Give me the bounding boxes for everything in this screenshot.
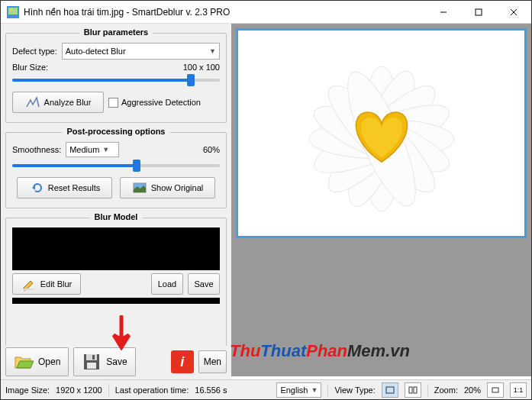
smoothness-value: Medium bbox=[69, 145, 99, 154]
zoom-actual-label: 1:1 bbox=[514, 386, 524, 394]
load-blur-button[interactable]: Load bbox=[151, 273, 183, 295]
blur-size-slider[interactable] bbox=[12, 75, 220, 85]
last-op-label: Last operation time: bbox=[115, 385, 189, 395]
svg-rect-23 bbox=[414, 387, 417, 393]
blur-model-title: Blur Model bbox=[90, 212, 143, 221]
minimize-button[interactable] bbox=[426, 1, 461, 24]
last-op-value: 16.556 s bbox=[195, 385, 227, 395]
image-viewport[interactable] bbox=[231, 24, 531, 376]
chevron-down-icon: ▼ bbox=[209, 47, 216, 55]
pencil-icon bbox=[21, 276, 37, 292]
menu-label: Men bbox=[204, 356, 221, 367]
post-processing-title: Post-processing options bbox=[63, 127, 170, 136]
smoothness-combo[interactable]: Medium ▼ bbox=[66, 142, 119, 157]
reset-results-label: Reset Results bbox=[48, 183, 100, 192]
image-size-value: 1920 x 1200 bbox=[56, 385, 102, 395]
chevron-down-icon: ▼ bbox=[311, 386, 318, 394]
open-label: Open bbox=[38, 356, 60, 367]
reset-results-button[interactable]: Reset Results bbox=[17, 177, 112, 198]
show-original-button[interactable]: Show Original bbox=[120, 177, 215, 198]
image-icon bbox=[132, 180, 147, 195]
svg-rect-24 bbox=[492, 388, 498, 392]
blur-parameters-title: Blur parameters bbox=[79, 27, 153, 37]
save-label: Save bbox=[106, 356, 127, 367]
close-button[interactable] bbox=[496, 1, 531, 24]
zoom-fit-button[interactable] bbox=[487, 382, 504, 398]
info-button[interactable]: i bbox=[171, 350, 194, 373]
chevron-down-icon: ▼ bbox=[102, 146, 109, 153]
window-controls bbox=[426, 1, 531, 23]
menu-button[interactable]: Men bbox=[198, 350, 227, 373]
view-type-split-button[interactable] bbox=[405, 382, 421, 398]
edit-blur-label: Edit Blur bbox=[40, 279, 73, 289]
save-blur-label: Save bbox=[194, 279, 213, 289]
view-type-label: View Type: bbox=[334, 385, 375, 395]
aggressive-detection-checkbox[interactable]: Aggressive Detection bbox=[108, 98, 201, 108]
smoothness-pct: 60% bbox=[203, 145, 220, 154]
svg-rect-4 bbox=[476, 9, 482, 15]
show-original-label: Show Original bbox=[151, 183, 203, 192]
titlebar: Hình nền hoa trái tim.jpg - SmartDeblur … bbox=[1, 1, 531, 24]
language-value: English bbox=[280, 385, 308, 395]
app-icon bbox=[7, 6, 19, 18]
post-processing-group: Post-processing options Smoothness: Medi… bbox=[5, 132, 227, 208]
svg-rect-20 bbox=[87, 363, 96, 369]
svg-rect-22 bbox=[409, 387, 412, 393]
floppy-disk-icon bbox=[82, 353, 102, 371]
defect-type-value: Auto-detect Blur bbox=[66, 47, 126, 56]
blur-model-preview bbox=[12, 227, 220, 270]
undo-icon bbox=[29, 180, 44, 195]
analyze-blur-label: Analyze Blur bbox=[44, 98, 92, 107]
image-preview bbox=[236, 28, 527, 238]
svg-rect-1 bbox=[8, 8, 18, 15]
maximize-button[interactable] bbox=[461, 1, 496, 24]
language-combo[interactable]: English ▼ bbox=[276, 382, 321, 398]
statusbar: Image Size: 1920 x 1200 Last operation t… bbox=[1, 379, 531, 399]
zoom-value: 20% bbox=[464, 385, 481, 395]
svg-rect-8 bbox=[23, 289, 34, 290]
blur-size-value: 100 x 100 bbox=[183, 63, 220, 72]
window-title: Hình nền hoa trái tim.jpg - SmartDeblur … bbox=[24, 7, 426, 18]
checkbox-box-icon bbox=[108, 98, 118, 108]
open-button[interactable]: Open bbox=[5, 347, 69, 376]
aggressive-detection-label: Aggressive Detection bbox=[121, 98, 201, 107]
zoom-actual-button[interactable]: 1:1 bbox=[510, 382, 527, 398]
load-blur-label: Load bbox=[158, 279, 176, 289]
image-size-label: Image Size: bbox=[5, 385, 50, 395]
smoothness-label: Smoothness: bbox=[12, 145, 61, 154]
defect-type-label: Defect type: bbox=[12, 47, 57, 56]
svg-point-2 bbox=[10, 8, 12, 11]
view-type-single-button[interactable] bbox=[382, 382, 398, 398]
save-button[interactable]: Save bbox=[73, 347, 135, 376]
folder-open-icon bbox=[14, 353, 34, 371]
edit-blur-button[interactable]: Edit Blur bbox=[12, 273, 81, 295]
blur-size-label: Blur Size: bbox=[12, 63, 48, 72]
save-blur-button[interactable]: Save bbox=[188, 273, 220, 295]
flower-image bbox=[240, 32, 523, 234]
bottom-toolbar: Open Save i Men bbox=[1, 346, 231, 379]
blur-model-preview-secondary bbox=[12, 298, 220, 304]
analyze-icon bbox=[25, 95, 40, 110]
svg-rect-18 bbox=[86, 354, 97, 360]
zoom-label: Zoom: bbox=[434, 385, 458, 395]
analyze-blur-button[interactable]: Analyze Blur bbox=[12, 92, 104, 113]
info-icon: i bbox=[180, 354, 184, 370]
left-panel: Blur parameters Defect type: Auto-detect… bbox=[1, 24, 231, 376]
defect-type-combo[interactable]: Auto-detect Blur ▼ bbox=[62, 43, 220, 60]
svg-rect-19 bbox=[92, 355, 95, 360]
smoothness-slider[interactable] bbox=[12, 160, 220, 171]
svg-rect-21 bbox=[386, 387, 394, 393]
blur-parameters-group: Blur parameters Defect type: Auto-detect… bbox=[5, 33, 227, 123]
